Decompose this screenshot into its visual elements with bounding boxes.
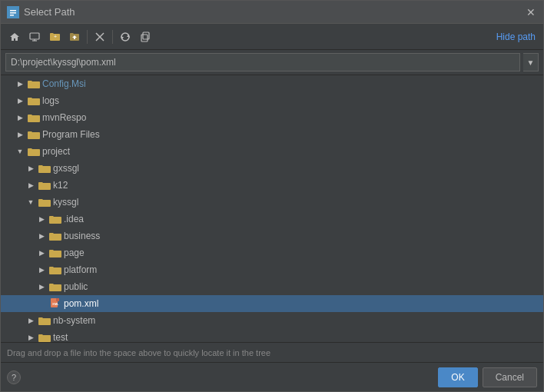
folder-icon-test — [38, 333, 51, 342]
app-icon — [7, 6, 19, 18]
help-button[interactable]: ? — [7, 370, 21, 384]
file-tree[interactable]: Config.Msi logs mvnRespo Program Files — [1, 75, 543, 342]
label-business: business — [64, 231, 100, 241]
parent-folder-button[interactable] — [65, 28, 84, 46]
tree-item-k12[interactable]: k12 — [1, 177, 543, 194]
select-path-dialog: Select Path ✕ + — [0, 0, 544, 392]
svg-rect-12 — [143, 32, 149, 39]
label-pom-xml: pom.xml — [64, 298, 98, 309]
label-test: test — [53, 332, 68, 342]
label-config-msi: Config.Msi — [42, 78, 86, 89]
tree-item-project[interactable]: project — [1, 143, 543, 160]
expander-business[interactable] — [36, 231, 47, 241]
refresh-button[interactable] — [116, 28, 134, 46]
title-bar-left: Select Path — [7, 6, 75, 18]
expander-pom-xml: ▶ — [36, 298, 47, 309]
ok-button[interactable]: OK — [438, 367, 477, 387]
label-kyssgl: kyssgl — [53, 197, 78, 208]
folder-icon-gxssgl — [38, 164, 51, 173]
folder-icon-kyssgl — [38, 198, 51, 207]
toolbar: + — [1, 24, 543, 50]
expander-gxssgl[interactable] — [25, 163, 36, 174]
toolbar-left: + — [5, 28, 154, 46]
expander-config-msi[interactable] — [15, 78, 25, 89]
folder-icon-mvnrespo — [28, 113, 40, 122]
copy-path-button[interactable] — [136, 28, 154, 46]
svg-marker-4 — [10, 33, 19, 41]
close-button[interactable]: ✕ — [525, 6, 537, 18]
hide-path-button[interactable]: Hide path — [493, 30, 539, 44]
expander-platform[interactable] — [36, 264, 47, 275]
label-mvnrespo: mvnRespo — [42, 112, 86, 123]
delete-button[interactable] — [91, 28, 109, 46]
svg-rect-2 — [10, 12, 16, 14]
folder-icon-k12 — [38, 181, 51, 190]
new-folder-button[interactable]: + — [45, 28, 64, 46]
status-text: Drag and drop a file into the space abov… — [7, 348, 270, 357]
expander-logs[interactable] — [15, 95, 25, 106]
tree-item-config-msi[interactable]: Config.Msi — [1, 75, 543, 92]
label-project: project — [42, 146, 70, 157]
tree-item-mvnrespo[interactable]: mvnRespo — [1, 109, 543, 126]
folder-icon-project — [28, 147, 40, 156]
expander-page[interactable] — [36, 247, 47, 258]
folder-icon-logs — [28, 96, 40, 105]
cancel-button[interactable]: Cancel — [483, 367, 537, 387]
dialog-title: Select Path — [24, 6, 75, 18]
expander-kyssgl[interactable] — [25, 197, 36, 208]
svg-text:+: + — [53, 34, 56, 39]
tree-item-pom-xml[interactable]: ▶ XML pom.xml — [1, 295, 543, 312]
svg-rect-15 — [56, 298, 59, 301]
svg-rect-5 — [30, 33, 39, 39]
label-program-files: Program Files — [42, 129, 100, 140]
folder-icon-config-msi — [28, 79, 40, 88]
tree-item-idea[interactable]: .idea — [1, 211, 543, 228]
folder-icon-idea — [49, 214, 61, 224]
path-dropdown-button[interactable]: ▼ — [523, 53, 539, 71]
path-input[interactable] — [5, 53, 520, 71]
label-nb-system: nb-system — [53, 315, 95, 326]
folder-icon-page — [49, 248, 61, 257]
svg-rect-13 — [141, 35, 148, 42]
footer: ? OK Cancel — [1, 362, 543, 391]
path-bar: ▼ — [1, 50, 543, 75]
expander-idea[interactable] — [36, 214, 47, 224]
svg-rect-3 — [10, 15, 14, 16]
tree-item-business[interactable]: business — [1, 228, 543, 244]
expander-project[interactable] — [15, 146, 25, 157]
status-bar: Drag and drop a file into the space abov… — [1, 342, 543, 362]
expander-mvnrespo[interactable] — [15, 112, 25, 123]
tree-item-gxssgl[interactable]: gxssgl — [1, 160, 543, 177]
tree-item-public[interactable]: public — [1, 278, 543, 295]
home-button[interactable] — [5, 28, 24, 46]
expander-program-files[interactable] — [15, 129, 25, 140]
label-k12: k12 — [53, 180, 68, 191]
folder-icon-nb-system — [38, 316, 51, 325]
label-gxssgl: gxssgl — [53, 163, 79, 174]
tree-item-program-files[interactable]: Program Files — [1, 126, 543, 143]
label-public: public — [64, 281, 88, 292]
tree-item-nb-system[interactable]: nb-system — [1, 312, 543, 329]
toolbar-separator-1 — [87, 30, 88, 44]
title-bar: Select Path ✕ — [1, 1, 543, 24]
folder-icon-public — [49, 282, 61, 291]
label-page: page — [64, 247, 85, 258]
svg-rect-1 — [10, 10, 16, 12]
tree-item-page[interactable]: page — [1, 244, 543, 261]
tree-item-kyssgl[interactable]: kyssgl — [1, 194, 543, 211]
folder-icon-business — [49, 231, 61, 241]
tree-item-test[interactable]: test — [1, 329, 543, 342]
tree-item-logs[interactable]: logs — [1, 92, 543, 109]
file-icon-pom-xml: XML — [49, 298, 61, 309]
expander-nb-system[interactable] — [25, 315, 36, 326]
svg-text:XML: XML — [52, 302, 59, 306]
label-platform: platform — [64, 264, 97, 275]
folder-icon-platform — [49, 265, 61, 274]
desktop-button[interactable] — [25, 28, 44, 46]
tree-item-platform[interactable]: platform — [1, 261, 543, 278]
label-idea: .idea — [64, 214, 84, 224]
expander-k12[interactable] — [25, 180, 36, 191]
folder-icon-program-files — [28, 130, 40, 139]
expander-test[interactable] — [25, 332, 36, 342]
expander-public[interactable] — [36, 281, 47, 292]
